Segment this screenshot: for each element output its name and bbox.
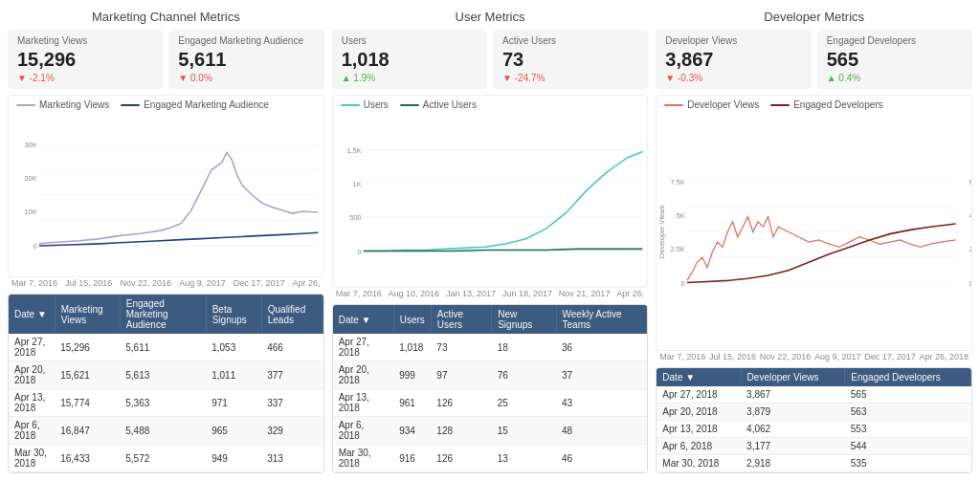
legend-label: Active Users: [423, 99, 477, 110]
table-cell: 329: [261, 417, 323, 445]
metric-value: 73: [502, 48, 638, 71]
table-cell: 553: [845, 421, 971, 438]
table-header-3[interactable]: New Signups: [492, 305, 556, 334]
chart-area: 7.5K5K2.5K06004002000Engaged DevelopersD…: [656, 114, 972, 351]
table-cell: 36: [556, 334, 647, 361]
metric-value: 1,018: [342, 48, 478, 71]
table-cell: 466: [261, 334, 323, 361]
table-cell: 5,488: [120, 417, 206, 445]
table-cell: 126: [431, 445, 491, 472]
table-cell: 15: [492, 417, 556, 445]
table-cell: 15,296: [55, 334, 120, 361]
table-cell: 949: [206, 445, 261, 472]
table-header-0[interactable]: Date ▼: [657, 368, 741, 386]
table-cell: 37: [556, 361, 647, 389]
table-cell: 16,433: [55, 445, 120, 472]
table-cell: Apr 13, 2018: [657, 421, 741, 438]
table-cell: 3,879: [741, 404, 845, 421]
metric-change: ▼ -24.7%: [502, 73, 638, 83]
table-header-2[interactable]: Engaged Marketing Audience: [120, 295, 206, 334]
table-cell: 916: [393, 445, 431, 472]
x-axis-labels: Mar 7, 2016Aug 10, 2016Jan 13, 2017Jun 1…: [332, 288, 649, 298]
table-cell: 999: [393, 361, 431, 389]
legend-item: Users: [341, 99, 389, 110]
x-axis-label: Nov 21, 2017: [559, 289, 611, 298]
table-cell: 965: [206, 417, 261, 445]
metric-cards: Marketing Views15,296▼ -2.1%Engaged Mark…: [8, 30, 324, 89]
chart-wrapper: Marketing ViewsEngaged Marketing Audienc…: [8, 95, 324, 288]
x-axis-labels: Mar 7, 2016Jul 15, 2016Nov 22, 2016Aug 9…: [656, 351, 972, 361]
table-header-1[interactable]: Users: [393, 305, 431, 334]
svg-text:5K: 5K: [677, 211, 685, 220]
table-cell: 15,621: [55, 361, 120, 389]
table-cell: 97: [431, 361, 491, 389]
panel-2: Developer MetricsDeveloper Views3,867▼ -…: [656, 8, 972, 473]
table-header-4[interactable]: Weekly Active Teams: [556, 305, 647, 334]
table-cell: 535: [845, 455, 971, 472]
x-axis-label: Jun 18, 2017: [502, 289, 552, 298]
table-cell: Apr 20, 2018: [9, 361, 55, 389]
chart-legend: Marketing ViewsEngaged Marketing Audienc…: [8, 95, 324, 114]
table-cell: Apr 27, 2018: [333, 334, 394, 361]
table-cell: 2,918: [741, 455, 845, 472]
legend-line: [341, 104, 360, 106]
table-row: Apr 20, 20183,879563: [657, 404, 970, 421]
table-header-2[interactable]: Engaged Developers: [845, 368, 971, 386]
table-cell: 76: [492, 361, 556, 389]
table-cell: Mar 30, 2018: [657, 455, 741, 472]
x-axis-label: Mar 7, 2016: [336, 289, 382, 298]
x-axis-label: Aug 9, 2017: [814, 352, 861, 361]
chart-svg: 7.5K5K2.5K06004002000Engaged DevelopersD…: [657, 114, 971, 350]
x-axis-label: Nov 22, 2016: [120, 278, 171, 288]
legend-item: Active Users: [400, 99, 477, 110]
table-cell: Apr 27, 2018: [657, 386, 741, 404]
chart-wrapper: UsersActive Users1.5K1K5000Mar 7, 2016Au…: [332, 95, 649, 298]
table-row: Apr 13, 20189611262543: [333, 389, 647, 417]
table-cell: 377: [261, 361, 323, 389]
table-header-1[interactable]: Developer Views: [741, 368, 845, 386]
svg-text:1.5K: 1.5K: [346, 146, 361, 155]
metric-cards: Users1,018▲ 1.9%Active Users73▼ -24.7%: [332, 30, 649, 89]
table-cell: 5,572: [120, 445, 206, 472]
svg-text:200: 200: [969, 245, 971, 253]
table-header-2[interactable]: Active Users: [431, 305, 491, 334]
x-axis-label: Mar 7, 2016: [11, 278, 57, 288]
table-cell: Apr 13, 2018: [333, 389, 394, 417]
table-cell: 13: [492, 445, 556, 472]
metric-label: Active Users: [502, 35, 638, 46]
svg-text:0: 0: [681, 279, 685, 288]
table-header-1[interactable]: Marketing Views: [55, 295, 120, 334]
metric-label: Users: [342, 35, 478, 46]
table-header-3[interactable]: Beta Signups: [206, 295, 261, 334]
svg-text:400: 400: [969, 211, 971, 220]
metric-card-0: Developer Views3,867▼ -0.3%: [656, 30, 811, 89]
svg-text:600: 600: [969, 178, 971, 186]
table-wrapper: Date ▼Marketing ViewsEngaged Marketing A…: [8, 294, 324, 473]
chart-area: 30K20K10K0: [8, 114, 324, 277]
legend-line: [16, 104, 35, 106]
table-header-0[interactable]: Date ▼: [333, 305, 394, 334]
metric-card-1: Engaged Developers565▲ 0.4%: [817, 30, 972, 89]
panel-title: User Metrics: [332, 8, 649, 24]
table-cell: 5,613: [120, 361, 206, 389]
dashboard: Marketing Channel MetricsMarketing Views…: [0, 0, 980, 481]
table-cell: 48: [556, 417, 647, 445]
chart-area: 1.5K1K5000: [332, 114, 649, 288]
legend-item: Engaged Developers: [770, 99, 882, 110]
svg-text:7.5K: 7.5K: [671, 178, 685, 186]
metric-change: ▼ -0.3%: [665, 73, 801, 83]
table-header-4[interactable]: Qualified Leads: [261, 295, 323, 334]
table-cell: 1,011: [206, 361, 261, 389]
table-row: Apr 20, 201815,6215,6131,011377: [9, 361, 323, 389]
table-header-0[interactable]: Date ▼: [9, 295, 55, 334]
table-cell: 934: [393, 417, 431, 445]
x-axis-label: Jul 15, 2016: [709, 352, 756, 361]
legend-line: [770, 104, 790, 106]
legend-item: Engaged Marketing Audience: [121, 99, 269, 110]
table-cell: 126: [431, 389, 491, 417]
chart-svg: 1.5K1K5000: [333, 114, 648, 287]
metric-label: Engaged Marketing Audience: [178, 35, 314, 46]
legend-line: [400, 104, 419, 106]
svg-text:0: 0: [33, 242, 37, 251]
table-row: Apr 13, 20184,062553: [657, 421, 970, 438]
